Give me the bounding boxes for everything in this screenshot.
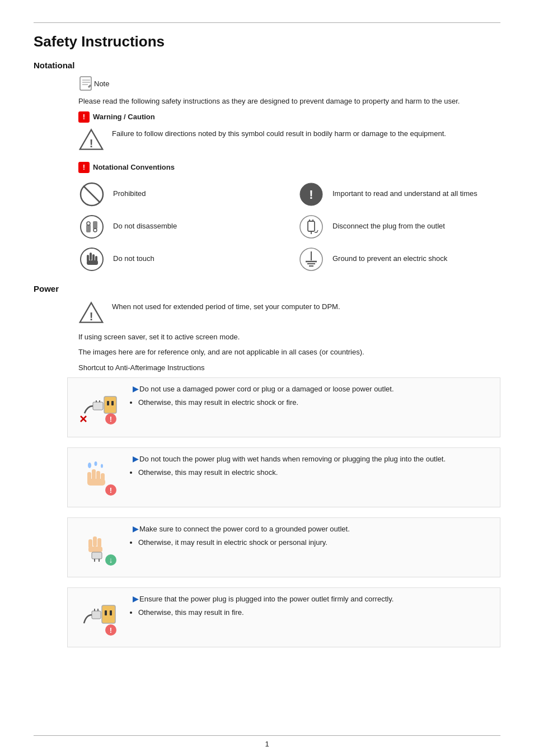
disassemble-label: Do not disassemble — [113, 221, 177, 231]
svg-rect-56 — [88, 547, 102, 552]
convention-disconnect: Disconnect the plug from the outlet — [298, 213, 500, 240]
disconnect-label: Disconnect the plug from the outlet — [332, 221, 445, 231]
convention-prohibited: Prohibited — [78, 181, 281, 208]
notational-section-title: Notational — [34, 60, 500, 70]
svg-point-10 — [81, 216, 103, 238]
svg-rect-33 — [104, 396, 116, 413]
svg-rect-11 — [86, 225, 91, 232]
prohibited-icon — [78, 181, 105, 208]
notational-conv-title: Notational Conventions — [93, 163, 175, 171]
important-icon: ! — [298, 181, 325, 208]
blue-arrow-icon-2: ▶ — [133, 455, 138, 463]
svg-rect-53 — [93, 536, 97, 547]
power-text3: The images here are for reference only, … — [78, 347, 500, 358]
disconnect-icon — [298, 213, 325, 240]
svg-rect-55 — [97, 538, 101, 547]
svg-line-7 — [83, 186, 100, 203]
convention-grid: Prohibited ! Important to read and under… — [78, 181, 500, 273]
power-item-4-image: ! — [73, 594, 124, 641]
power-section-title: Power — [34, 284, 500, 293]
page-number: 1 — [0, 740, 534, 748]
svg-rect-64 — [110, 610, 112, 615]
svg-text:!: ! — [110, 486, 112, 494]
svg-rect-25 — [87, 260, 98, 265]
svg-rect-63 — [105, 610, 107, 615]
svg-text:!: ! — [90, 310, 93, 322]
warning-row: ! Warning / Caution — [78, 111, 500, 123]
wet-hands-icon: ! — [76, 455, 121, 500]
power-item-2-text: ▶Do not touch the power plug with wet ha… — [133, 454, 494, 478]
svg-text:!: ! — [110, 415, 112, 423]
svg-point-48 — [88, 463, 91, 468]
power-triangle-block: ! When not used for extended period of t… — [78, 299, 500, 326]
notouch-icon — [78, 246, 105, 273]
power-text1: When not used for extended period of tim… — [112, 301, 340, 312]
grounded-icon: ↓ — [76, 525, 121, 570]
power-item-2: ! ▶Do not touch the power plug with wet … — [67, 447, 500, 507]
svg-rect-34 — [107, 401, 109, 405]
svg-text:!: ! — [90, 137, 93, 149]
firmly-icon: ! — [76, 595, 121, 640]
svg-rect-12 — [93, 221, 97, 229]
svg-rect-57 — [92, 552, 102, 559]
svg-rect-36 — [93, 402, 103, 410]
convention-ground: Ground to prevent an electric shock — [298, 246, 500, 273]
power-text2: If using screen saver, set it to active … — [78, 332, 500, 343]
blue-arrow-icon: ▶ — [133, 385, 138, 393]
convention-notouch: Do not touch — [78, 246, 281, 273]
note-label: Note — [94, 80, 109, 88]
power-item-2-image: ! — [73, 454, 124, 501]
svg-rect-16 — [308, 221, 315, 231]
svg-point-49 — [95, 461, 97, 466]
svg-text:!: ! — [110, 626, 112, 634]
svg-point-50 — [101, 464, 103, 468]
svg-point-15 — [300, 216, 322, 238]
caution-triangle-icon: ! — [78, 127, 104, 153]
top-border — [34, 22, 500, 23]
convention-disassemble: Do not disassemble — [78, 213, 281, 240]
svg-text:↓: ↓ — [109, 556, 113, 564]
prohibited-label: Prohibited — [113, 189, 146, 199]
page: Safety Instructions Notational Note Plea… — [0, 0, 534, 756]
note-icon — [78, 76, 94, 91]
svg-rect-21 — [90, 253, 92, 260]
svg-rect-62 — [102, 605, 115, 623]
power-item-1-image: ! — [73, 384, 124, 431]
caution-block: ! Failure to follow directions noted by … — [78, 126, 500, 153]
power-item-3-text: ▶Make sure to connect the power cord to … — [133, 524, 494, 548]
power-item-1-text: ▶Do not use a damaged power cord or plug… — [133, 384, 494, 408]
warning-icon: ! — [78, 111, 90, 123]
power-item-3: ↓ ▶Make sure to connect the power cord t… — [67, 517, 500, 577]
blue-arrow-icon-3: ▶ — [133, 525, 138, 533]
bottom-border — [34, 735, 500, 736]
svg-rect-47 — [87, 479, 105, 486]
svg-rect-35 — [111, 401, 114, 405]
convention-important: ! Important to read and understand at al… — [298, 181, 500, 208]
warning-label: Warning / Caution — [93, 113, 155, 121]
caution-text: Failure to follow directions noted by th… — [112, 126, 446, 139]
important-label: Important to read and understand at all … — [332, 189, 477, 199]
notational-conv-icon: ! — [78, 162, 90, 173]
power-item-1: ! ▶Do not use a damaged power cord or pl… — [67, 377, 500, 437]
power-caution-icon: ! — [78, 300, 104, 326]
svg-rect-0 — [80, 77, 91, 90]
power-cord-icon: ! — [76, 385, 121, 430]
power-text4: Shortcut to Anti-Afterimage Instructions — [78, 362, 500, 374]
disassemble-icon — [78, 213, 105, 240]
note-paragraph: Please read the following safety instruc… — [78, 96, 500, 107]
notational-conv-header: ! Notational Conventions — [78, 162, 500, 173]
ground-label: Ground to prevent an electric shock — [332, 254, 447, 264]
power-item-4-text: ▶Ensure that the power plug is plugged i… — [133, 594, 494, 618]
svg-rect-65 — [92, 611, 101, 619]
power-item-4: ! ▶Ensure that the power plug is plugged… — [67, 587, 500, 647]
blue-arrow-icon-4: ▶ — [133, 595, 138, 603]
svg-text:!: ! — [309, 188, 313, 202]
power-section: Power ! When not used for extended perio… — [34, 284, 500, 648]
ground-icon — [298, 246, 325, 273]
note-icon-row: Note — [78, 76, 500, 91]
power-item-3-image: ↓ — [73, 524, 124, 571]
page-title: Safety Instructions — [34, 33, 500, 50]
notouch-label: Do not touch — [113, 254, 154, 264]
